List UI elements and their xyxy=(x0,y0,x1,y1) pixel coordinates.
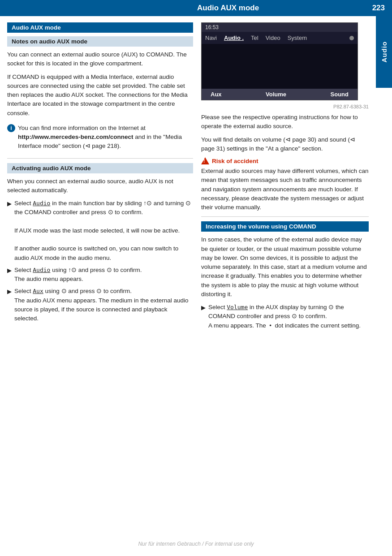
screenshot-time: 16:53 xyxy=(205,24,219,30)
volume-bullet-content: Select Volume in the AUX display by turn… xyxy=(208,303,369,330)
right-column: 16:53 Navi Audio . Tel Video System Aux … xyxy=(201,22,385,333)
main-content: Audio AUX mode Notes on audio AUX mode Y… xyxy=(0,16,392,333)
risk-title: Risk of accident xyxy=(212,158,258,164)
bullet-arrow-1: ▶ xyxy=(7,199,12,263)
activating-intro: When you connect an external audio sourc… xyxy=(7,177,193,195)
activating-header: Activating audio AUX mode xyxy=(7,163,193,173)
bullet-content-1: Select Audio in the main function bar by… xyxy=(14,199,193,263)
bullet-arrow-3: ▶ xyxy=(7,287,12,323)
info-text: You can find more information on the Int… xyxy=(18,124,193,151)
aux-code: Aux xyxy=(33,288,43,294)
right-para1: Please see the respective operating inst… xyxy=(201,113,369,131)
footer: Nur für internen Gebrauch / For internal… xyxy=(0,541,392,547)
info-link: http://www.mercedes-benz.com/connect xyxy=(18,134,134,140)
divider xyxy=(7,158,193,159)
para1: You can connect an external audio source… xyxy=(7,50,193,69)
audio-tab-label: Audio xyxy=(380,41,388,63)
header-bar: Audio AUX mode 223 xyxy=(0,0,392,16)
notes-subsection-header: Notes on audio AUX mode xyxy=(7,36,193,47)
bottom-sound: Sound xyxy=(331,91,349,98)
screenshot-main-area xyxy=(202,44,358,89)
screenshot-caption: P82.87-6383-31 xyxy=(201,104,369,109)
nav-audio: Audio . xyxy=(224,34,244,41)
bullet-content-3: Select Aux using ⊙ and press ⊙ to confir… xyxy=(14,287,193,323)
increasing-section: Increasing the volume using COMAND In so… xyxy=(201,221,369,330)
main-section-header: Audio AUX mode xyxy=(7,22,193,33)
nav-dot xyxy=(349,36,354,40)
bullet-item-2: ▶ Select Audio using ↑⊙ and press ⊙ to c… xyxy=(7,266,193,284)
volume-bullet: ▶ Select Volume in the AUX display by tu… xyxy=(201,303,369,330)
warning-triangle-icon xyxy=(201,157,209,164)
audio-code-2: Audio xyxy=(33,267,50,273)
nav-video: Video xyxy=(266,34,280,41)
risk-box: Risk of accident External audio sources … xyxy=(201,157,369,212)
nav-system: System xyxy=(288,34,307,41)
audio-code-1: Audio xyxy=(33,200,50,207)
bottom-aux: Aux xyxy=(211,91,222,98)
page-title: Audio AUX mode xyxy=(197,4,259,13)
right-para2: You will find details on volume (⊲ page … xyxy=(201,135,369,154)
bottom-volume: Volume xyxy=(266,91,286,98)
screenshot-statusbar: 16:53 xyxy=(202,23,358,32)
volume-code: Volume xyxy=(227,304,248,310)
page-number: 223 xyxy=(372,4,385,13)
nav-navi: Navi xyxy=(205,34,217,41)
bullet-item-1: ▶ Select Audio in the main function bar … xyxy=(7,199,193,263)
para2: If COMAND is equipped with a Media Inter… xyxy=(7,73,193,118)
footer-text: Nur für internen Gebrauch / For internal… xyxy=(138,541,254,547)
bullet-content-2: Select Audio using ↑⊙ and press ⊙ to con… xyxy=(14,266,193,284)
left-column: Audio AUX mode Notes on audio AUX mode Y… xyxy=(7,22,193,333)
risk-header: Risk of accident xyxy=(201,157,369,164)
audio-sidebar-tab: Audio xyxy=(376,16,392,88)
increasing-para: In some cases, the volume of the externa… xyxy=(201,235,369,299)
increasing-header: Increasing the volume using COMAND xyxy=(201,221,369,232)
right-divider xyxy=(201,216,369,217)
screenshot-bottomrow: Aux Volume Sound xyxy=(202,89,358,100)
screenshot-box: 16:53 Navi Audio . Tel Video System Aux … xyxy=(201,22,358,100)
bullet-item-3: ▶ Select Aux using ⊙ and press ⊙ to conf… xyxy=(7,287,193,323)
info-icon: i xyxy=(7,124,15,132)
nav-tel: Tel xyxy=(251,34,258,41)
volume-bullet-arrow: ▶ xyxy=(201,303,206,330)
info-box: i You can find more information on the I… xyxy=(7,122,193,153)
bullet-arrow-2: ▶ xyxy=(7,266,12,284)
screenshot-navrow: Navi Audio . Tel Video System xyxy=(202,32,358,44)
risk-text: External audio sources may have differen… xyxy=(201,167,369,212)
